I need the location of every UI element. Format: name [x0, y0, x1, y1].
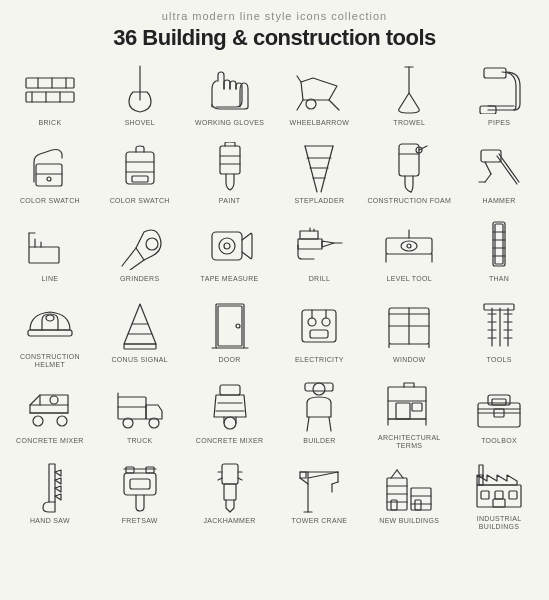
icon-label-new-buildings: NEW BUILDINGS — [379, 517, 439, 531]
icon-tape-measure: TAPE MEASURE — [185, 215, 275, 291]
svg-rect-105 — [118, 397, 146, 419]
svg-rect-126 — [492, 399, 506, 405]
icon-label-wheelbarrow: WHEELBARROW — [290, 119, 350, 133]
svg-point-102 — [33, 416, 43, 426]
svg-line-40 — [485, 174, 491, 182]
icon-label-window: WINDOW — [393, 356, 426, 370]
icon-label-stepladder: STEPLADDER — [295, 197, 345, 211]
svg-rect-149 — [300, 472, 306, 478]
svg-rect-130 — [130, 479, 150, 489]
icon-builder: BUILDER — [275, 374, 365, 453]
icon-fretsaw: FRETSAW — [95, 455, 185, 534]
icon-shovel: SHOVEL — [95, 59, 185, 135]
icon-label-brick: BRICK — [38, 119, 61, 133]
svg-line-160 — [397, 470, 403, 478]
icon-paint: PAINT — [185, 137, 275, 213]
icon-brick: BRICK — [5, 59, 95, 135]
svg-point-57 — [401, 241, 417, 251]
icon-label-electricity: ELECTRICITY — [295, 356, 344, 370]
svg-line-148 — [300, 478, 308, 484]
svg-point-104 — [50, 396, 58, 404]
svg-point-79 — [308, 318, 316, 326]
icon-hand-saw: HAND SAW — [5, 455, 95, 534]
svg-rect-72 — [124, 344, 156, 349]
icon-wheelbarrow: WHEELBARROW — [275, 59, 365, 135]
icon-than: THAN — [454, 215, 544, 291]
svg-line-139 — [238, 478, 242, 480]
svg-point-69 — [46, 315, 54, 321]
svg-rect-42 — [29, 247, 59, 263]
icon-drill: DRILL — [275, 215, 365, 291]
icon-jackhammer: JACKHAMMER — [185, 455, 275, 534]
icon-industrial-buildings: INDUSTRIAL BUILDINGS — [454, 455, 544, 534]
subtitle: ultra modern line style icons collection — [162, 10, 387, 22]
icon-label-conus-signal: CONUS SIGNAL — [111, 356, 168, 370]
icon-color-swatch-2: COLOR SWATCH — [95, 137, 185, 213]
icon-stepladder: STEPLADDER — [275, 137, 365, 213]
svg-rect-158 — [415, 500, 421, 510]
icon-architectural-terms: ARCHITECTURAL TERMS — [364, 374, 454, 453]
svg-line-39 — [485, 162, 491, 174]
svg-rect-36 — [481, 150, 501, 162]
icon-label-construction-helmet: CONSTRUCTION HELMET — [7, 353, 93, 370]
svg-line-27 — [305, 146, 317, 192]
svg-line-137 — [218, 478, 222, 480]
svg-point-52 — [224, 243, 230, 249]
icon-label-drill: DRILL — [309, 275, 330, 289]
icon-trowel: TROWEL — [364, 59, 454, 135]
icon-label-builder: BUILDER — [303, 437, 335, 451]
icon-color-swatch-1: COLOR SWATCH — [5, 137, 95, 213]
svg-point-49 — [146, 238, 158, 250]
icon-label-toolbox: TOOLBOX — [481, 437, 517, 451]
svg-rect-129 — [124, 473, 156, 495]
svg-rect-164 — [509, 491, 517, 499]
icon-label-tools: TOOLS — [487, 356, 512, 370]
icon-grinders: GRINDERS — [95, 215, 185, 291]
icon-label-color-swatch-2: COLOR SWATCH — [110, 197, 170, 211]
icon-label-hand-saw: HAND SAW — [30, 517, 70, 531]
svg-rect-1 — [26, 92, 74, 102]
svg-rect-110 — [220, 385, 240, 395]
svg-rect-161 — [477, 485, 521, 507]
svg-point-103 — [57, 416, 67, 426]
icon-level-tool: LEVEL TOOL — [364, 215, 454, 291]
icon-toolbox: TOOLBOX — [454, 374, 544, 453]
svg-rect-81 — [310, 330, 328, 338]
svg-line-159 — [391, 470, 397, 478]
icon-tower-crane: TOWER CRANE — [275, 455, 365, 534]
svg-line-9 — [329, 100, 339, 110]
icon-label-construction-foam: CONSTRUCTION FOAM — [367, 197, 451, 211]
icon-truck: TRUCK — [95, 374, 185, 453]
icon-label-pipes: PIPES — [488, 119, 510, 133]
icon-label-tape-measure: TAPE MEASURE — [201, 275, 259, 289]
svg-line-145 — [332, 482, 338, 484]
icon-label-level-tool: LEVEL TOOL — [387, 275, 432, 289]
svg-line-48 — [130, 260, 144, 270]
svg-point-80 — [322, 318, 330, 326]
svg-rect-23 — [132, 176, 148, 182]
icon-label-tower-crane: TOWER CRANE — [292, 517, 348, 531]
svg-rect-134 — [222, 464, 238, 484]
icon-label-line: LINE — [42, 275, 59, 289]
svg-rect-56 — [386, 238, 432, 254]
svg-rect-132 — [126, 467, 134, 473]
icon-construction-foam: CONSTRUCTION FOAM — [364, 137, 454, 213]
icon-hammer: HAMMER — [454, 137, 544, 213]
svg-rect-78 — [302, 310, 336, 342]
svg-rect-68 — [28, 330, 72, 336]
icon-label-shovel: SHOVEL — [125, 119, 155, 133]
icon-label-color-swatch-1: COLOR SWATCH — [20, 197, 80, 211]
icon-electricity: ELECTRICITY — [275, 293, 365, 372]
svg-point-51 — [219, 238, 235, 254]
icon-grid: BRICK SHOVEL WORKING GLOV — [5, 59, 544, 533]
svg-rect-15 — [484, 68, 506, 78]
svg-point-112 — [313, 383, 325, 395]
icon-working-gloves: WORKING GLOVES — [185, 59, 275, 135]
svg-line-144 — [308, 472, 338, 478]
icon-label-fretsaw: FRETSAW — [122, 517, 158, 531]
svg-point-19 — [47, 177, 51, 181]
svg-rect-20 — [126, 152, 154, 184]
icon-pipes: PIPES — [454, 59, 544, 135]
svg-rect-93 — [484, 304, 514, 310]
icon-label-than: THAN — [489, 275, 509, 289]
